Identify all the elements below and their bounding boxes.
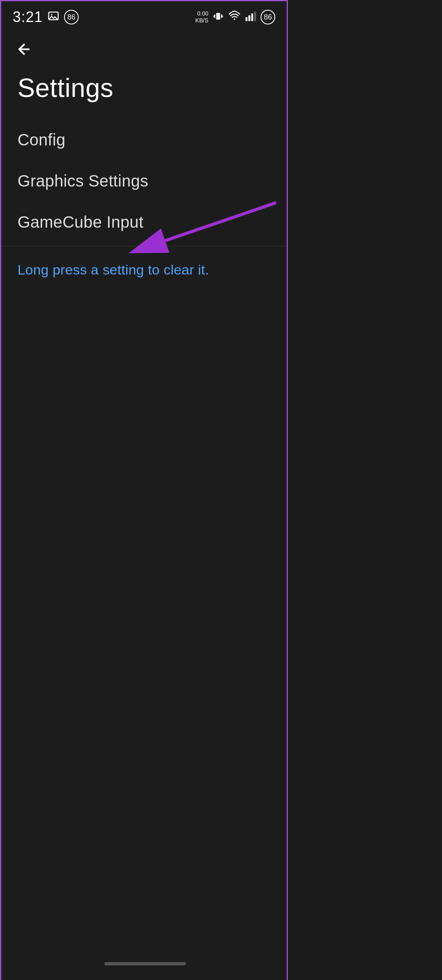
status-left: 3:21 86 xyxy=(13,9,79,26)
svg-point-1 xyxy=(51,14,53,15)
image-icon xyxy=(48,10,59,24)
svg-rect-4 xyxy=(221,14,222,18)
badge-left: 86 xyxy=(64,10,79,24)
menu-item-config[interactable]: Config xyxy=(1,119,287,160)
hint-text: Long press a setting to clear it. xyxy=(18,262,209,277)
svg-rect-6 xyxy=(222,15,223,18)
nav-bar xyxy=(1,947,289,980)
status-right: 0.00 KB/S xyxy=(195,10,275,24)
svg-rect-9 xyxy=(248,15,250,21)
svg-point-7 xyxy=(234,18,235,20)
back-button-area[interactable] xyxy=(1,30,287,65)
svg-rect-8 xyxy=(245,17,248,21)
status-time: 3:21 xyxy=(13,9,43,26)
phone-screen: 3:21 86 0.00 KB/S xyxy=(0,0,288,980)
menu-item-gamecube-input[interactable]: GameCube Input xyxy=(1,202,287,243)
status-bar: 3:21 86 0.00 KB/S xyxy=(1,1,287,30)
wifi-icon xyxy=(228,11,241,24)
svg-rect-10 xyxy=(251,13,253,21)
signal-icon xyxy=(245,11,256,24)
menu-item-graphics-settings[interactable]: Graphics Settings xyxy=(1,160,287,202)
svg-rect-3 xyxy=(214,14,215,18)
nav-handle xyxy=(104,962,186,965)
divider xyxy=(1,246,287,246)
vibrate-icon xyxy=(212,11,224,24)
badge-right: 86 xyxy=(261,10,275,24)
network-speed: 0.00 KB/S xyxy=(195,10,208,24)
svg-rect-5 xyxy=(213,15,214,18)
page-title: Settings xyxy=(1,65,287,119)
back-button[interactable] xyxy=(13,38,35,61)
svg-rect-11 xyxy=(254,11,256,21)
svg-rect-2 xyxy=(216,13,220,20)
hint-area: Long press a setting to clear it. xyxy=(1,250,287,290)
